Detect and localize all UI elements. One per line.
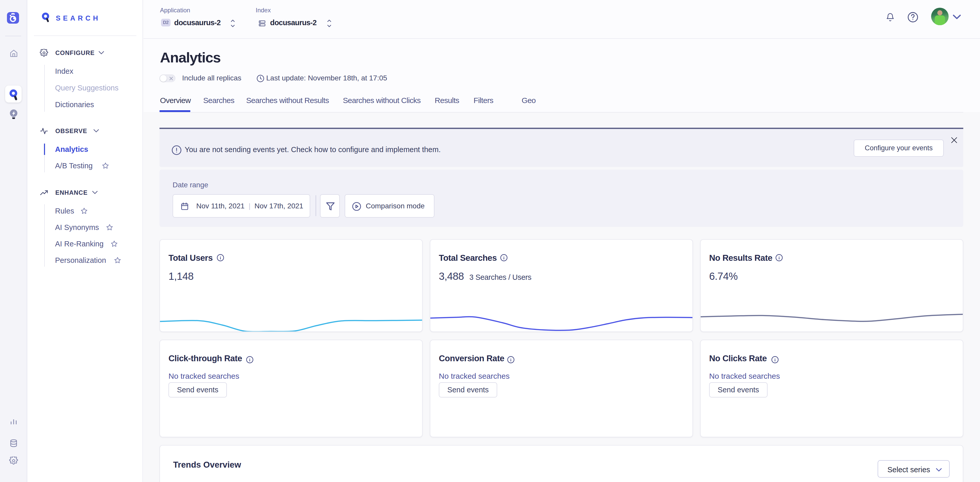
svg-text:SEARCH: SEARCH xyxy=(56,14,100,22)
